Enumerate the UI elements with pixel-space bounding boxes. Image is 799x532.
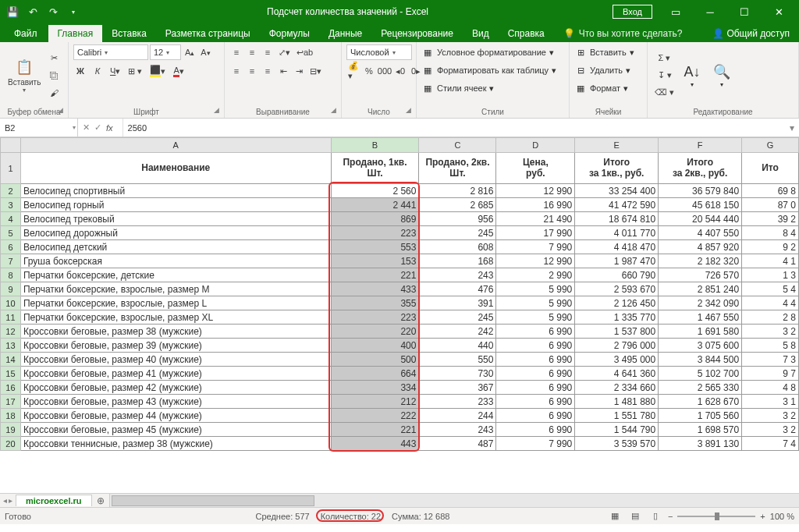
worksheet-grid[interactable]: ABCDEFG1НаименованиеПродано, 1кв. Шт.Про… — [0, 137, 799, 493]
cell-f17[interactable]: 1 628 670 — [659, 395, 742, 409]
tab-review[interactable]: Рецензирование — [371, 25, 463, 42]
col-header-corner[interactable] — [1, 138, 21, 153]
cell-styles[interactable]: ▦Стили ячеек▾ — [421, 80, 564, 96]
zoom-out-icon[interactable]: − — [668, 512, 673, 521]
cell-f14[interactable]: 3 844 500 — [659, 353, 742, 367]
cell-c17[interactable]: 233 — [419, 395, 496, 409]
cell-b14[interactable]: 500 — [331, 353, 419, 367]
row-header-11[interactable]: 11 — [1, 310, 21, 325]
cell-a3[interactable]: Велосипед горный — [20, 198, 331, 212]
cell-f3[interactable]: 45 618 150 — [659, 198, 742, 212]
row-header-15[interactable]: 15 — [1, 367, 21, 381]
cell-d13[interactable]: 6 990 — [496, 339, 575, 353]
col-header-D[interactable]: D — [496, 138, 575, 153]
cell-d4[interactable]: 21 490 — [496, 212, 575, 226]
col-header-C[interactable]: C — [419, 138, 496, 153]
login-button[interactable]: Вход — [613, 5, 652, 19]
border-icon[interactable]: ⊞ ▾ — [126, 63, 144, 79]
cell-f11[interactable]: 1 467 550 — [659, 310, 742, 325]
row-header-8[interactable]: 8 — [1, 268, 21, 282]
format-cells[interactable]: ▦Формат▾ — [574, 80, 642, 96]
format-painter-icon[interactable]: 🖌 — [47, 85, 61, 101]
cell-g12[interactable]: 3 2 — [742, 325, 799, 339]
cell-e17[interactable]: 1 481 880 — [575, 395, 659, 409]
cell-a14[interactable]: Кроссовки беговые, размер 40 (мужские) — [20, 353, 331, 367]
align-middle-icon[interactable]: ≡ — [245, 44, 259, 60]
sheet-tab[interactable]: microexcel.ru — [16, 495, 92, 506]
col-header-A[interactable]: A — [20, 138, 331, 153]
cell-d9[interactable]: 5 990 — [496, 282, 575, 296]
increase-font-icon[interactable]: A▴ — [183, 44, 197, 60]
cell-e11[interactable]: 1 335 770 — [575, 310, 659, 325]
share-button[interactable]: 👤 Общий доступ — [703, 25, 799, 42]
row-header-2[interactable]: 2 — [1, 184, 21, 198]
cell-c5[interactable]: 245 — [419, 226, 496, 240]
cell-g9[interactable]: 5 4 — [742, 282, 799, 296]
row-header-17[interactable]: 17 — [1, 395, 21, 409]
col-header-F[interactable]: F — [659, 138, 742, 153]
tab-formulas[interactable]: Формулы — [260, 25, 319, 42]
cell-f20[interactable]: 3 891 130 — [659, 437, 742, 451]
cell-f4[interactable]: 20 544 440 — [659, 212, 742, 226]
redo-icon[interactable]: ↷ — [44, 2, 62, 21]
cell-e13[interactable]: 2 796 000 — [575, 339, 659, 353]
cell-a13[interactable]: Кроссовки беговые, размер 39 (мужские) — [20, 339, 331, 353]
cell-d6[interactable]: 7 990 — [496, 240, 575, 254]
cell-g18[interactable]: 3 2 — [742, 409, 799, 423]
cell-e2[interactable]: 33 254 400 — [575, 184, 659, 198]
cell-b18[interactable]: 222 — [331, 409, 419, 423]
cell-e4[interactable]: 18 674 810 — [575, 212, 659, 226]
cell-c16[interactable]: 367 — [419, 381, 496, 395]
cell-a11[interactable]: Перчатки боксерские, взрослые, размер XL — [20, 310, 331, 325]
zoom-level[interactable]: 100 % — [770, 512, 794, 521]
cell-d15[interactable]: 6 990 — [496, 367, 575, 381]
row-header-20[interactable]: 20 — [1, 437, 21, 451]
zoom-slider[interactable] — [677, 516, 755, 517]
cell-d16[interactable]: 6 990 — [496, 381, 575, 395]
row-header-19[interactable]: 19 — [1, 423, 21, 437]
cell-f8[interactable]: 726 570 — [659, 268, 742, 282]
cell-g5[interactable]: 8 4 — [742, 226, 799, 240]
row-header-12[interactable]: 12 — [1, 325, 21, 339]
cell-e12[interactable]: 1 537 800 — [575, 325, 659, 339]
font-name-combo[interactable]: Calibri▾ — [73, 44, 148, 60]
cell-c20[interactable]: 487 — [419, 437, 496, 451]
number-format-combo[interactable]: Числовой▾ — [346, 44, 412, 60]
cut-icon[interactable]: ✂ — [47, 51, 61, 66]
cell-d19[interactable]: 6 990 — [496, 423, 575, 437]
header-cell[interactable]: Наименование — [20, 153, 331, 184]
cell-b16[interactable]: 334 — [331, 381, 419, 395]
cell-e18[interactable]: 1 551 780 — [575, 409, 659, 423]
cell-b20[interactable]: 443 — [331, 437, 419, 451]
save-icon[interactable]: 💾 — [3, 2, 22, 21]
cell-g2[interactable]: 69 8 — [742, 184, 799, 198]
sort-filter-button[interactable]: A↓▾ — [680, 61, 705, 90]
cell-f7[interactable]: 2 182 320 — [659, 254, 742, 268]
cell-a4[interactable]: Велосипед трековый — [20, 212, 331, 226]
row-header-10[interactable]: 10 — [1, 296, 21, 310]
formula-expand-icon[interactable]: ▾ — [785, 122, 799, 133]
tab-file[interactable]: Файл — [3, 25, 48, 42]
col-header-E[interactable]: E — [575, 138, 659, 153]
tab-data[interactable]: Данные — [319, 25, 371, 42]
cell-a5[interactable]: Велосипед дорожный — [20, 226, 331, 240]
cell-e20[interactable]: 3 539 570 — [575, 437, 659, 451]
tab-help[interactable]: Справка — [499, 25, 554, 42]
cell-f9[interactable]: 2 851 240 — [659, 282, 742, 296]
cell-b8[interactable]: 221 — [331, 268, 419, 282]
horizontal-scrollbar[interactable] — [109, 494, 799, 507]
cell-g19[interactable]: 3 2 — [742, 423, 799, 437]
cell-c2[interactable]: 2 816 — [419, 184, 496, 198]
row-header-5[interactable]: 5 — [1, 226, 21, 240]
cell-c14[interactable]: 550 — [419, 353, 496, 367]
col-header-G[interactable]: G — [742, 138, 799, 153]
row-header-9[interactable]: 9 — [1, 282, 21, 296]
cell-a8[interactable]: Перчатки боксерские, детские — [20, 268, 331, 282]
thousands-icon[interactable]: 000 — [378, 63, 392, 79]
formula-input[interactable]: 2560 — [123, 119, 785, 137]
undo-icon[interactable]: ↶ — [23, 2, 42, 21]
conditional-formatting[interactable]: ▦Условное форматирование▾ — [421, 44, 564, 60]
close-icon[interactable]: ✕ — [762, 0, 796, 23]
cell-c6[interactable]: 608 — [419, 240, 496, 254]
cell-f6[interactable]: 4 857 920 — [659, 240, 742, 254]
